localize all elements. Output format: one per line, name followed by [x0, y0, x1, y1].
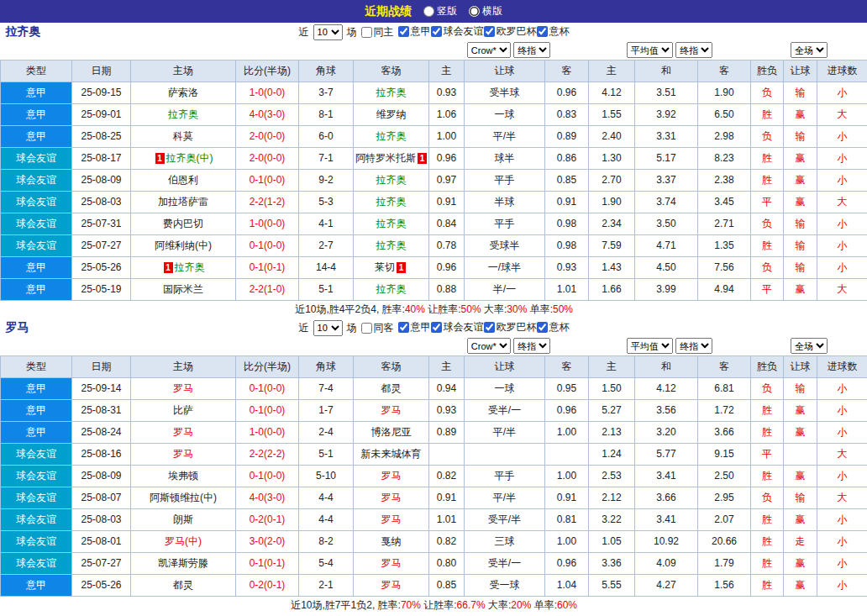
corner-cell: 5-10 — [299, 465, 354, 487]
league-filter[interactable]: 球会友谊 — [431, 320, 484, 334]
handicap-home-odds-cell: 0.88 — [429, 278, 465, 300]
score-cell: 4-0(3-0) — [236, 487, 299, 508]
league-filter[interactable]: 意甲 — [398, 320, 431, 334]
match-row: 意甲25-08-24罗马1-0(0-0)2-4博洛尼亚0.89平/半1.002.… — [1, 421, 867, 443]
goals-result-cell: 大 — [817, 443, 867, 465]
handicap-home-odds-cell: 0.89 — [429, 421, 465, 443]
team-label: 伯恩利 — [168, 174, 198, 186]
layout-option-horizontal[interactable]: 横版 — [469, 4, 502, 18]
league-filter[interactable]: 意杯 — [537, 320, 570, 334]
away-team-cell: 罗马 — [354, 465, 429, 487]
near-label: 近 — [299, 321, 309, 335]
league-type-cell: 球会友谊 — [1, 169, 72, 191]
score-cell: 0-2(0-1) — [236, 508, 299, 530]
odds-company-select[interactable]: Crow* — [467, 42, 511, 58]
handicap-cell: 受半球 — [465, 82, 545, 103]
avg-away-odds-cell: 3.66 — [698, 421, 751, 443]
league-checkbox[interactable] — [537, 26, 548, 37]
league-checkbox[interactable] — [398, 26, 409, 37]
away-team-cell: 罗马 — [354, 487, 429, 508]
match-scope-select[interactable]: 全场 — [791, 338, 828, 354]
filter-row: 拉齐奥 近 10 场 同主 意甲球会友谊欧罗巴杯意杯 — [1, 23, 867, 41]
avg-home-odds-cell: 2.13 — [589, 421, 635, 443]
handicap-away-odds-cell: 0.96 — [545, 552, 589, 574]
goals-result-cell: 小 — [817, 377, 867, 399]
filter-controls: 近 10 场 同客 意甲球会友谊欧罗巴杯意杯 — [299, 320, 570, 336]
layout-option-vertical[interactable]: 竖版 — [423, 4, 457, 18]
goals-result-cell: 小 — [817, 465, 867, 487]
same-side-filter[interactable]: 同客 — [361, 321, 394, 335]
odds-company-select[interactable]: Crow* — [467, 338, 511, 354]
handicap-result-cell: 输 — [784, 256, 817, 278]
team-label: 拉齐奥 — [376, 87, 407, 98]
handicap-away-odds-cell: 0.86 — [545, 147, 589, 169]
match-row: 球会友谊25-08-09埃弗顿0-1(0-0)5-10罗马0.82平手1.002… — [1, 465, 867, 487]
recent-count-select[interactable]: 10 — [313, 24, 343, 40]
league-filter[interactable]: 欧罗巴杯 — [484, 24, 537, 39]
handicap-cell: 平手 — [465, 169, 545, 191]
final-odds-select-2[interactable]: 终指 — [675, 42, 712, 58]
handicap-result-cell: 赢 — [784, 465, 817, 487]
league-filter[interactable]: 欧罗巴杯 — [484, 320, 537, 334]
handicap-cell: 半/一 — [465, 278, 545, 300]
date-cell: 25-09-01 — [72, 103, 131, 125]
match-scope-select[interactable]: 全场 — [791, 42, 828, 58]
final-odds-select[interactable]: 终指 — [513, 338, 550, 354]
league-checkbox[interactable] — [484, 26, 495, 37]
date-cell: 25-08-16 — [72, 443, 131, 465]
horizontal-radio[interactable] — [469, 6, 480, 17]
league-filter[interactable]: 意杯 — [537, 24, 570, 39]
home-team-cell: 萨索洛 — [131, 82, 236, 103]
league-type-cell: 球会友谊 — [1, 508, 72, 530]
red-card-badge: 1 — [418, 153, 427, 164]
vertical-radio[interactable] — [423, 6, 434, 17]
same-side-checkbox[interactable] — [361, 27, 372, 38]
corner-cell: 8-2 — [299, 530, 354, 552]
home-team-cell: 埃弗顿 — [131, 465, 236, 487]
avg-draw-odds-cell: 3.74 — [635, 191, 698, 213]
average-odds-select[interactable]: 平均值 — [627, 42, 673, 58]
handicap-result-cell: 赢 — [784, 552, 817, 574]
league-label: 意杯 — [549, 24, 570, 39]
same-side-checkbox[interactable] — [361, 323, 372, 334]
same-side-filter[interactable]: 同主 — [361, 25, 394, 39]
league-filter[interactable]: 球会友谊 — [431, 24, 484, 39]
avg-home-odds-cell: 2.34 — [589, 213, 635, 234]
home-team-cell: 拉齐奥 — [131, 103, 236, 125]
avg-draw-odds-cell: 3.92 — [635, 103, 698, 125]
handicap-cell: 球半 — [465, 147, 545, 169]
corner-cell: 5-3 — [299, 191, 354, 213]
match-row: 意甲25-08-25科莫2-0(0-0)6-0拉齐奥1.00平/半0.892.4… — [1, 125, 867, 147]
handicap-away-odds-cell: 0.89 — [545, 125, 589, 147]
league-checkbox[interactable] — [431, 322, 442, 333]
league-checkbox[interactable] — [537, 322, 548, 333]
league-checkbox[interactable] — [484, 322, 495, 333]
away-team-cell: 戛纳 — [354, 530, 429, 552]
final-odds-select-2[interactable]: 终指 — [675, 338, 712, 354]
team-label: 新未来城体育 — [361, 448, 422, 460]
final-odds-select[interactable]: 终指 — [513, 42, 550, 58]
team-label: 比萨 — [173, 404, 193, 416]
league-checkbox[interactable] — [398, 322, 409, 333]
team-label: 罗马 — [173, 382, 193, 394]
handicap-result-cell: 输 — [784, 213, 817, 234]
avg-home-odds-cell: 3.22 — [589, 508, 635, 530]
team-label: 博洛尼亚 — [371, 426, 412, 438]
goals-result-cell: 大 — [817, 191, 867, 213]
recent-count-select[interactable]: 10 — [313, 320, 343, 336]
avg-draw-odds-cell: 4.71 — [635, 234, 698, 256]
handicap-away-odds-cell: 0.81 — [545, 508, 589, 530]
league-checkbox[interactable] — [431, 26, 442, 37]
avg-away-odds-cell: 20.66 — [698, 530, 751, 552]
league-filter[interactable]: 意甲 — [398, 24, 431, 39]
column-header: 客 — [545, 60, 589, 82]
avg-home-odds-cell: 7.59 — [589, 234, 635, 256]
avg-home-odds-cell: 1.30 — [589, 147, 635, 169]
column-header: 客场 — [354, 60, 429, 82]
league-label: 欧罗巴杯 — [497, 24, 537, 39]
average-odds-select[interactable]: 平均值 — [627, 338, 673, 354]
away-team-cell: 都灵 — [354, 377, 429, 399]
avg-home-odds-cell: 1.66 — [589, 278, 635, 300]
match-row: 球会友谊25-08-16罗马2-2(2-2)5-1新未来城体育1.245.779… — [1, 443, 867, 465]
handicap-result-cell — [784, 443, 817, 465]
